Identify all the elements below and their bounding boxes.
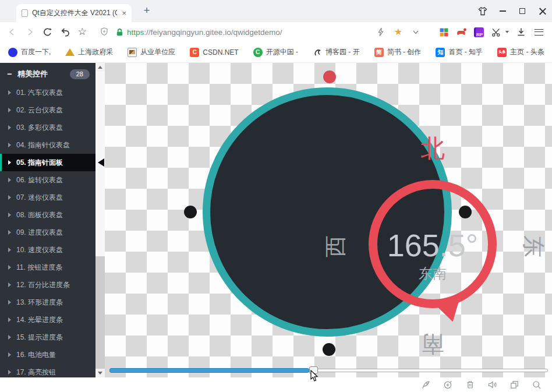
scrollbar-thumb[interactable] bbox=[95, 256, 105, 369]
scroll-up-button[interactable] bbox=[95, 63, 105, 72]
sidebar-item-label: 02. 云台仪表盘 bbox=[16, 105, 63, 115]
rp-extension-icon[interactable]: RP bbox=[470, 23, 487, 41]
triangle-bullet-icon bbox=[8, 265, 11, 270]
scroll-down-button[interactable] bbox=[95, 369, 105, 377]
sidebar-item[interactable]: 09. 进度仪表盘 bbox=[0, 224, 95, 241]
https-lock-icon[interactable] bbox=[113, 23, 126, 41]
trash-icon[interactable] bbox=[465, 380, 475, 390]
triangle-bullet-icon bbox=[8, 370, 11, 375]
volume-speaker-icon[interactable] bbox=[487, 380, 497, 390]
bookmark-label: 博客园 - 开 bbox=[325, 47, 360, 57]
sidebar-item[interactable]: 03. 多彩仪表盘 bbox=[0, 119, 95, 136]
rp-badge: RP bbox=[474, 27, 484, 37]
bookmark-label: 百度一下, bbox=[21, 47, 51, 57]
triangle-bullet-icon bbox=[8, 195, 11, 200]
shanghai-gov-icon bbox=[65, 48, 75, 56]
bookmark-baidu[interactable]: 百度一下, bbox=[8, 47, 51, 57]
tab-close-icon[interactable]: × bbox=[122, 9, 126, 17]
bookmark-csdn[interactable]: C CSDN.NET bbox=[190, 48, 238, 57]
sidebar-item[interactable]: 06. 旋转仪表盘 bbox=[0, 171, 95, 189]
sidebar-item[interactable]: 13. 环形进度条 bbox=[0, 294, 95, 311]
heading-slider[interactable] bbox=[109, 368, 548, 373]
tab-active[interactable]: Qt自定义控件大全 V2021 (Q × bbox=[16, 4, 132, 22]
triangle-bullet-icon bbox=[8, 282, 11, 287]
windows-copy-icon[interactable] bbox=[509, 380, 519, 390]
bookmark-label: 简书 - 创作 bbox=[387, 47, 422, 57]
sidebar-item[interactable]: 16. 电池电量 bbox=[0, 346, 95, 363]
app-grid-icon[interactable] bbox=[435, 23, 452, 41]
compass-south-marker-dot bbox=[323, 343, 335, 356]
bookmark-cnblogs[interactable]: 博客园 - 开 bbox=[313, 47, 360, 57]
screenshot-scissors-icon[interactable] bbox=[487, 23, 505, 41]
sidebar-item-label: 13. 环形进度条 bbox=[16, 298, 63, 308]
triangle-bullet-icon bbox=[8, 317, 11, 322]
sidebar-item[interactable]: 10. 速度仪表盘 bbox=[0, 241, 95, 259]
search-magnifier-icon[interactable] bbox=[532, 380, 542, 390]
bookmark-star-button[interactable]: ☆ bbox=[73, 23, 91, 41]
capture-plus-icon[interactable] bbox=[443, 380, 453, 390]
back-button[interactable] bbox=[3, 23, 21, 41]
bookmark-oschina[interactable]: C 开源中国 - bbox=[253, 47, 298, 57]
forward-button[interactable] bbox=[21, 23, 38, 41]
sidebar-item[interactable]: 07. 迷你仪表盘 bbox=[0, 189, 95, 206]
sidebar-item[interactable]: 17. 高亮按钮 bbox=[0, 363, 95, 381]
sidebar-item-label: 15. 提示进度条 bbox=[16, 333, 63, 342]
hamburger-glyph bbox=[535, 29, 543, 36]
toolbar-right: ★ RP bbox=[372, 23, 552, 41]
sidebar-item[interactable]: 11. 按钮进度条 bbox=[0, 259, 95, 276]
sidebar-scrollbar[interactable] bbox=[95, 63, 105, 377]
bookmark-jianshu[interactable]: 简 简书 - 创作 bbox=[374, 47, 422, 57]
sidebar-group-title: 精美控件 bbox=[17, 69, 48, 79]
sidebar-item-selected[interactable]: 05. 指南针面板 bbox=[0, 154, 95, 171]
maximize-button[interactable] bbox=[512, 0, 532, 22]
scissors-caret-icon[interactable] bbox=[505, 31, 509, 33]
sidebar-item[interactable]: 02. 云台仪表盘 bbox=[0, 101, 95, 119]
sidebar-item-label: 16. 电池电量 bbox=[16, 350, 56, 360]
sidebar-item[interactable]: 14. 光晕进度条 bbox=[0, 311, 95, 329]
bookmark-zhihu[interactable]: 知 首页 - 知乎 bbox=[436, 47, 483, 57]
compass-widget[interactable]: 北 西 东 南 165.5° 东南 bbox=[203, 87, 452, 337]
tab-title: Qt自定义控件大全 V2021 (Q bbox=[32, 8, 117, 18]
sidebar-item[interactable]: 04. 指南针仪表盘 bbox=[0, 136, 95, 154]
theme-tshirt-button[interactable] bbox=[473, 0, 493, 22]
sidebar-item-label: 08. 面板仪表盘 bbox=[16, 210, 63, 220]
chevron-down-icon[interactable] bbox=[407, 23, 424, 41]
address-toolbar: ☆ https://feiyangqingyun.gitee.io/qwidge… bbox=[0, 22, 552, 42]
sidebar-item[interactable]: 15. 提示进度条 bbox=[0, 329, 95, 346]
close-button[interactable] bbox=[532, 0, 552, 22]
boost-rocket-icon[interactable] bbox=[421, 380, 431, 390]
bookmark-shanghai-gov[interactable]: 上海政府采 bbox=[65, 47, 113, 57]
zhihu-icon: 知 bbox=[436, 48, 445, 57]
oschina-icon: C bbox=[253, 48, 263, 57]
scroll-up-icon bbox=[98, 66, 102, 69]
sidebar-item-label: 11. 按钮进度条 bbox=[16, 263, 62, 273]
compass-direction-label: 东南 bbox=[377, 267, 488, 281]
compass-west-marker-dot bbox=[184, 206, 197, 218]
sidebar-item-label: 17. 高亮按钮 bbox=[16, 368, 56, 377]
sidebar-item[interactable]: 12. 百分比进度条 bbox=[0, 276, 95, 294]
undo-button[interactable] bbox=[56, 23, 73, 41]
bookmark-congye[interactable]: 从业单位应 bbox=[128, 47, 175, 57]
download-icon[interactable] bbox=[512, 23, 530, 41]
triangle-bullet-icon bbox=[8, 90, 11, 95]
refresh-button[interactable] bbox=[38, 23, 56, 41]
mouse-cursor bbox=[310, 370, 319, 382]
bookmark-toutiao[interactable]: 头条 主页 - 头条 bbox=[497, 47, 544, 57]
favorite-star-icon[interactable]: ★ bbox=[390, 23, 407, 41]
minimize-button[interactable] bbox=[493, 0, 512, 22]
new-tab-button[interactable]: + bbox=[141, 5, 153, 17]
toutiao-icon: 头条 bbox=[497, 48, 507, 57]
triangle-bullet-icon bbox=[8, 335, 11, 340]
menu-hamburger-icon[interactable] bbox=[530, 23, 547, 41]
site-shield-icon[interactable] bbox=[95, 23, 113, 41]
lightning-icon[interactable] bbox=[372, 23, 390, 41]
sidebar-item[interactable]: 08. 面板仪表盘 bbox=[0, 206, 95, 224]
triangle-bullet-icon bbox=[8, 160, 11, 165]
star-outline-icon: ☆ bbox=[77, 27, 86, 37]
sidebar-item[interactable]: 01. 汽车仪表盘 bbox=[0, 84, 95, 101]
collapse-minus-icon[interactable]: − bbox=[7, 69, 17, 79]
sidebar-group-header[interactable]: − 精美控件 28 bbox=[0, 64, 95, 84]
games-gamepad-icon[interactable] bbox=[452, 23, 470, 41]
url-field[interactable]: https://feiyangqingyun.gitee.io/qwidgetd… bbox=[127, 28, 282, 37]
url-path: ://feiyangqingyun.gitee.io/qwidgetdemo/ bbox=[144, 28, 282, 37]
